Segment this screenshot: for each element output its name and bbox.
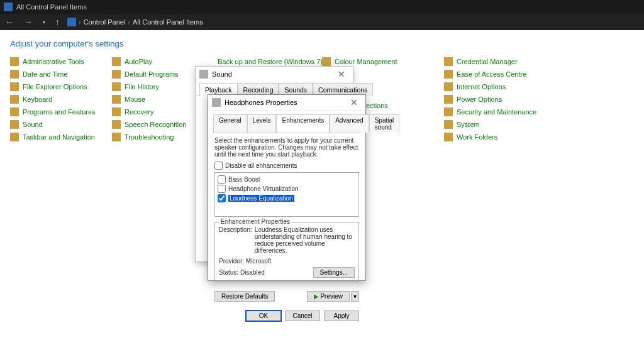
provider-label: Provider: [219, 258, 244, 265]
cp-item[interactable]: Power Options [444, 95, 538, 104]
troubleshoot-icon [112, 133, 121, 141]
hp-body: Select the enhancements to apply for you… [208, 133, 365, 286]
description-text: Loudness Equalization uses understanding… [255, 226, 355, 254]
cp-item[interactable]: Date and Time [10, 70, 104, 79]
sound-dialog-icon [199, 70, 208, 79]
hp-instruction: Select the enhancements to apply for you… [214, 137, 359, 158]
tab-general[interactable]: General [213, 114, 247, 133]
autoplay-icon [112, 57, 121, 66]
sound-icon [10, 120, 19, 129]
recovery-icon [112, 107, 121, 116]
enhancements-list: Bass Boost Headphone Virtualization Loud… [214, 172, 359, 217]
mouse-icon [112, 95, 121, 104]
cp-item[interactable]: Security and Maintenance [444, 107, 538, 116]
separator-icon: › [128, 18, 130, 26]
hp-titlebar[interactable]: Headphones Properties ✕ [208, 95, 365, 111]
headphones-icon [212, 98, 221, 107]
file-history-icon [112, 82, 121, 91]
cp-item[interactable]: Administrative Tools [10, 57, 104, 66]
cp-item[interactable]: Colour Management [322, 57, 416, 66]
cp-item[interactable]: Back up and Restore (Windows 7) [214, 57, 314, 66]
app-icon [4, 3, 13, 11]
window-title: All Control Panel Items [16, 3, 87, 11]
preview-button[interactable]: ▶ Preview [307, 291, 350, 302]
apply-button[interactable]: Apply [324, 310, 359, 321]
keyboard-icon [10, 95, 19, 104]
cp-item[interactable]: Internet Options [444, 82, 538, 91]
cp-item[interactable]: Ease of Access Centre [444, 70, 538, 79]
col-1: Administrative Tools Date and Time File … [10, 57, 104, 141]
disable-all-checkbox[interactable]: Disable all enhancements [214, 162, 359, 170]
cancel-button[interactable]: Cancel [285, 310, 320, 321]
cp-item[interactable]: File History [112, 82, 206, 91]
breadcrumb-current[interactable]: All Control Panel Items [133, 18, 203, 26]
cp-item[interactable]: System [444, 120, 538, 129]
cp-item[interactable]: File Explorer Options [10, 82, 104, 91]
bass-boost-checkbox[interactable]: Bass Boost [218, 175, 356, 184]
col-5: Credential Manager Ease of Access Centre… [444, 57, 538, 141]
cp-item[interactable]: Mouse [112, 95, 206, 104]
speech-icon [112, 120, 121, 129]
tab-advanced[interactable]: Advanced [330, 114, 369, 133]
preview-dropdown[interactable]: ▾ [351, 291, 359, 302]
recent-dropdown[interactable]: ▾ [40, 19, 48, 25]
cp-item[interactable]: Sound [10, 120, 104, 129]
colour-icon [322, 57, 331, 66]
hp-tabs: General Levels Enhancements Advanced Spa… [208, 111, 365, 133]
default-programs-icon [112, 70, 121, 79]
headphones-properties-dialog: Headphones Properties ✕ General Levels E… [208, 94, 366, 281]
cp-item[interactable]: Keyboard [10, 95, 104, 104]
date-time-icon [10, 70, 19, 79]
admin-tools-icon [10, 57, 19, 66]
restore-defaults-button[interactable]: Restore Defaults [214, 291, 275, 302]
programs-features-icon [10, 107, 19, 116]
tab-spatial[interactable]: Spatial sound [369, 114, 400, 133]
power-icon [444, 95, 453, 104]
props-label: Enhancement Properties [219, 218, 292, 225]
sound-dialog-titlebar[interactable]: Sound ✕ [196, 67, 353, 82]
security-icon [444, 107, 453, 116]
explorer-navbar: ← → ▾ ↑ › Control Panel › All Control Pa… [0, 14, 644, 30]
cp-item[interactable]: Recovery [112, 107, 206, 116]
loudness-equalization-checkbox[interactable]: Loudness Equalization [218, 194, 356, 202]
control-panel-icon [67, 18, 76, 26]
cp-item[interactable]: Default Programs [112, 70, 206, 79]
up-button[interactable]: ↑ [53, 17, 62, 27]
headphone-virtualization-checkbox[interactable]: Headphone Virtualization [218, 185, 356, 193]
play-icon: ▶ [314, 293, 319, 300]
cp-item[interactable]: Troubleshooting [112, 133, 206, 141]
work-folders-icon [444, 133, 453, 141]
hp-footer: Restore Defaults ▶ Preview ▾ [208, 286, 365, 307]
settings-button[interactable]: Settings... [313, 267, 355, 278]
window-titlebar: All Control Panel Items [0, 0, 644, 14]
cp-item[interactable]: Programs and Features [10, 107, 104, 116]
ok-button[interactable]: OK [246, 310, 281, 321]
status-value: Disabled [240, 269, 265, 276]
breadcrumb-root[interactable]: Control Panel [84, 18, 126, 26]
description-label: Description: [219, 226, 252, 254]
close-icon[interactable]: ✕ [334, 69, 349, 79]
breadcrumb[interactable]: › Control Panel › All Control Panel Item… [67, 18, 203, 26]
cp-item[interactable]: Credential Manager [444, 57, 538, 66]
enhancement-properties: Enhancement Properties Description: Loud… [214, 222, 359, 282]
cp-item-partial[interactable]: ections [366, 102, 388, 109]
cp-item[interactable]: AutoPlay [112, 57, 206, 66]
ease-access-icon [444, 70, 453, 79]
col-2: AutoPlay Default Programs File History M… [112, 57, 206, 141]
cp-item[interactable]: Speech Recognition [112, 120, 206, 129]
status-label: Status: [219, 269, 238, 276]
hp-dialog-buttons: OK Cancel Apply [208, 307, 365, 325]
cp-item[interactable]: Taskbar and Navigation [10, 133, 104, 141]
forward-button[interactable]: → [21, 17, 35, 27]
tab-levels[interactable]: Levels [247, 114, 277, 133]
tab-enhancements[interactable]: Enhancements [276, 114, 330, 133]
file-explorer-options-icon [10, 82, 19, 91]
back-button[interactable]: ← [3, 17, 16, 27]
cp-item[interactable]: Work Folders [444, 133, 538, 141]
hp-title: Headphones Properties [225, 99, 297, 106]
page-title: Adjust your computer's settings [0, 30, 644, 57]
provider-value: Microsoft [246, 258, 272, 265]
taskbar-icon [10, 133, 19, 141]
close-icon[interactable]: ✕ [347, 97, 362, 107]
system-icon [444, 120, 453, 129]
